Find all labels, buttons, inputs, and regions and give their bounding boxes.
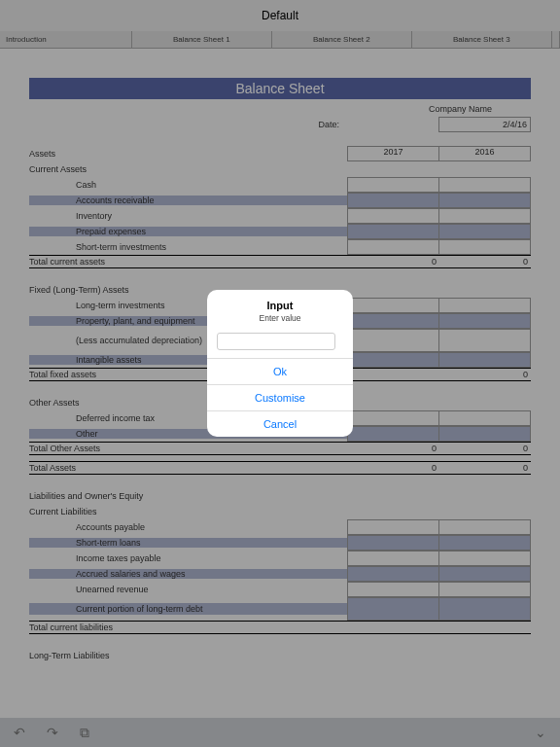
ok-button[interactable]: Ok <box>207 358 353 384</box>
dialog-input[interactable] <box>217 333 335 350</box>
dialog-title: Input <box>207 290 353 311</box>
input-dialog: Input Enter value Ok Customise Cancel <box>207 290 353 437</box>
dialog-subtitle: Enter value <box>207 311 353 331</box>
customise-button[interactable]: Customise <box>207 384 353 410</box>
cancel-button[interactable]: Cancel <box>207 410 353 437</box>
